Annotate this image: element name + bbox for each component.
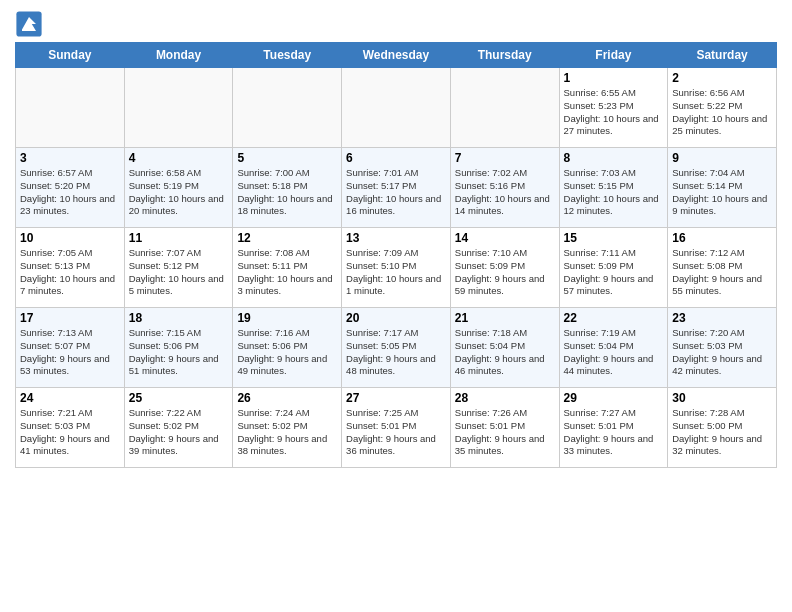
calendar-cell: 28Sunrise: 7:26 AM Sunset: 5:01 PM Dayli… — [450, 388, 559, 468]
calendar-cell: 8Sunrise: 7:03 AM Sunset: 5:15 PM Daylig… — [559, 148, 668, 228]
day-info: Sunrise: 7:25 AM Sunset: 5:01 PM Dayligh… — [346, 407, 446, 458]
weekday-header: Saturday — [668, 43, 777, 68]
day-number: 16 — [672, 231, 772, 245]
calendar-cell: 13Sunrise: 7:09 AM Sunset: 5:10 PM Dayli… — [342, 228, 451, 308]
day-number: 27 — [346, 391, 446, 405]
day-info: Sunrise: 7:16 AM Sunset: 5:06 PM Dayligh… — [237, 327, 337, 378]
day-info: Sunrise: 7:07 AM Sunset: 5:12 PM Dayligh… — [129, 247, 229, 298]
day-number: 3 — [20, 151, 120, 165]
calendar-cell: 14Sunrise: 7:10 AM Sunset: 5:09 PM Dayli… — [450, 228, 559, 308]
day-info: Sunrise: 7:21 AM Sunset: 5:03 PM Dayligh… — [20, 407, 120, 458]
day-number: 25 — [129, 391, 229, 405]
calendar-table: SundayMondayTuesdayWednesdayThursdayFrid… — [15, 42, 777, 468]
calendar-cell: 12Sunrise: 7:08 AM Sunset: 5:11 PM Dayli… — [233, 228, 342, 308]
calendar-cell: 19Sunrise: 7:16 AM Sunset: 5:06 PM Dayli… — [233, 308, 342, 388]
day-number: 9 — [672, 151, 772, 165]
day-info: Sunrise: 7:26 AM Sunset: 5:01 PM Dayligh… — [455, 407, 555, 458]
calendar-cell: 11Sunrise: 7:07 AM Sunset: 5:12 PM Dayli… — [124, 228, 233, 308]
calendar-cell — [233, 68, 342, 148]
day-info: Sunrise: 7:20 AM Sunset: 5:03 PM Dayligh… — [672, 327, 772, 378]
calendar-cell: 5Sunrise: 7:00 AM Sunset: 5:18 PM Daylig… — [233, 148, 342, 228]
calendar-cell: 7Sunrise: 7:02 AM Sunset: 5:16 PM Daylig… — [450, 148, 559, 228]
day-number: 26 — [237, 391, 337, 405]
weekday-header-row: SundayMondayTuesdayWednesdayThursdayFrid… — [16, 43, 777, 68]
calendar-cell: 23Sunrise: 7:20 AM Sunset: 5:03 PM Dayli… — [668, 308, 777, 388]
day-info: Sunrise: 7:15 AM Sunset: 5:06 PM Dayligh… — [129, 327, 229, 378]
day-number: 24 — [20, 391, 120, 405]
day-number: 6 — [346, 151, 446, 165]
day-number: 21 — [455, 311, 555, 325]
day-number: 28 — [455, 391, 555, 405]
day-number: 11 — [129, 231, 229, 245]
calendar-cell: 27Sunrise: 7:25 AM Sunset: 5:01 PM Dayli… — [342, 388, 451, 468]
day-number: 19 — [237, 311, 337, 325]
day-number: 8 — [564, 151, 664, 165]
day-info: Sunrise: 7:11 AM Sunset: 5:09 PM Dayligh… — [564, 247, 664, 298]
day-number: 20 — [346, 311, 446, 325]
day-info: Sunrise: 7:10 AM Sunset: 5:09 PM Dayligh… — [455, 247, 555, 298]
calendar-cell: 17Sunrise: 7:13 AM Sunset: 5:07 PM Dayli… — [16, 308, 125, 388]
calendar-cell: 25Sunrise: 7:22 AM Sunset: 5:02 PM Dayli… — [124, 388, 233, 468]
day-info: Sunrise: 6:57 AM Sunset: 5:20 PM Dayligh… — [20, 167, 120, 218]
day-info: Sunrise: 7:19 AM Sunset: 5:04 PM Dayligh… — [564, 327, 664, 378]
calendar-cell — [124, 68, 233, 148]
calendar-cell — [450, 68, 559, 148]
day-info: Sunrise: 7:17 AM Sunset: 5:05 PM Dayligh… — [346, 327, 446, 378]
calendar-cell: 29Sunrise: 7:27 AM Sunset: 5:01 PM Dayli… — [559, 388, 668, 468]
calendar-cell: 30Sunrise: 7:28 AM Sunset: 5:00 PM Dayli… — [668, 388, 777, 468]
day-info: Sunrise: 6:56 AM Sunset: 5:22 PM Dayligh… — [672, 87, 772, 138]
calendar-week-row: 24Sunrise: 7:21 AM Sunset: 5:03 PM Dayli… — [16, 388, 777, 468]
day-number: 29 — [564, 391, 664, 405]
calendar-cell — [342, 68, 451, 148]
day-info: Sunrise: 7:28 AM Sunset: 5:00 PM Dayligh… — [672, 407, 772, 458]
day-number: 12 — [237, 231, 337, 245]
day-info: Sunrise: 6:58 AM Sunset: 5:19 PM Dayligh… — [129, 167, 229, 218]
calendar-cell: 3Sunrise: 6:57 AM Sunset: 5:20 PM Daylig… — [16, 148, 125, 228]
day-info: Sunrise: 7:05 AM Sunset: 5:13 PM Dayligh… — [20, 247, 120, 298]
calendar-cell: 22Sunrise: 7:19 AM Sunset: 5:04 PM Dayli… — [559, 308, 668, 388]
day-info: Sunrise: 7:13 AM Sunset: 5:07 PM Dayligh… — [20, 327, 120, 378]
weekday-header: Monday — [124, 43, 233, 68]
weekday-header: Sunday — [16, 43, 125, 68]
calendar-cell: 6Sunrise: 7:01 AM Sunset: 5:17 PM Daylig… — [342, 148, 451, 228]
day-info: Sunrise: 7:24 AM Sunset: 5:02 PM Dayligh… — [237, 407, 337, 458]
day-info: Sunrise: 7:03 AM Sunset: 5:15 PM Dayligh… — [564, 167, 664, 218]
calendar-cell: 16Sunrise: 7:12 AM Sunset: 5:08 PM Dayli… — [668, 228, 777, 308]
day-info: Sunrise: 7:12 AM Sunset: 5:08 PM Dayligh… — [672, 247, 772, 298]
calendar-cell: 9Sunrise: 7:04 AM Sunset: 5:14 PM Daylig… — [668, 148, 777, 228]
day-number: 7 — [455, 151, 555, 165]
day-number: 1 — [564, 71, 664, 85]
day-number: 17 — [20, 311, 120, 325]
day-info: Sunrise: 7:09 AM Sunset: 5:10 PM Dayligh… — [346, 247, 446, 298]
day-info: Sunrise: 7:04 AM Sunset: 5:14 PM Dayligh… — [672, 167, 772, 218]
day-info: Sunrise: 7:00 AM Sunset: 5:18 PM Dayligh… — [237, 167, 337, 218]
day-info: Sunrise: 6:55 AM Sunset: 5:23 PM Dayligh… — [564, 87, 664, 138]
calendar-cell: 26Sunrise: 7:24 AM Sunset: 5:02 PM Dayli… — [233, 388, 342, 468]
day-info: Sunrise: 7:02 AM Sunset: 5:16 PM Dayligh… — [455, 167, 555, 218]
day-number: 18 — [129, 311, 229, 325]
calendar-week-row: 1Sunrise: 6:55 AM Sunset: 5:23 PM Daylig… — [16, 68, 777, 148]
weekday-header: Friday — [559, 43, 668, 68]
day-number: 4 — [129, 151, 229, 165]
day-number: 15 — [564, 231, 664, 245]
day-number: 10 — [20, 231, 120, 245]
logo — [15, 10, 45, 38]
day-number: 2 — [672, 71, 772, 85]
calendar-cell: 2Sunrise: 6:56 AM Sunset: 5:22 PM Daylig… — [668, 68, 777, 148]
day-info: Sunrise: 7:01 AM Sunset: 5:17 PM Dayligh… — [346, 167, 446, 218]
calendar-week-row: 3Sunrise: 6:57 AM Sunset: 5:20 PM Daylig… — [16, 148, 777, 228]
day-number: 30 — [672, 391, 772, 405]
calendar-cell: 15Sunrise: 7:11 AM Sunset: 5:09 PM Dayli… — [559, 228, 668, 308]
day-number: 23 — [672, 311, 772, 325]
page-container: SundayMondayTuesdayWednesdayThursdayFrid… — [0, 0, 792, 473]
day-info: Sunrise: 7:27 AM Sunset: 5:01 PM Dayligh… — [564, 407, 664, 458]
weekday-header: Thursday — [450, 43, 559, 68]
weekday-header: Wednesday — [342, 43, 451, 68]
header — [15, 10, 777, 38]
day-info: Sunrise: 7:08 AM Sunset: 5:11 PM Dayligh… — [237, 247, 337, 298]
day-number: 5 — [237, 151, 337, 165]
calendar-cell — [16, 68, 125, 148]
calendar-cell: 20Sunrise: 7:17 AM Sunset: 5:05 PM Dayli… — [342, 308, 451, 388]
calendar-cell: 4Sunrise: 6:58 AM Sunset: 5:19 PM Daylig… — [124, 148, 233, 228]
calendar-week-row: 17Sunrise: 7:13 AM Sunset: 5:07 PM Dayli… — [16, 308, 777, 388]
